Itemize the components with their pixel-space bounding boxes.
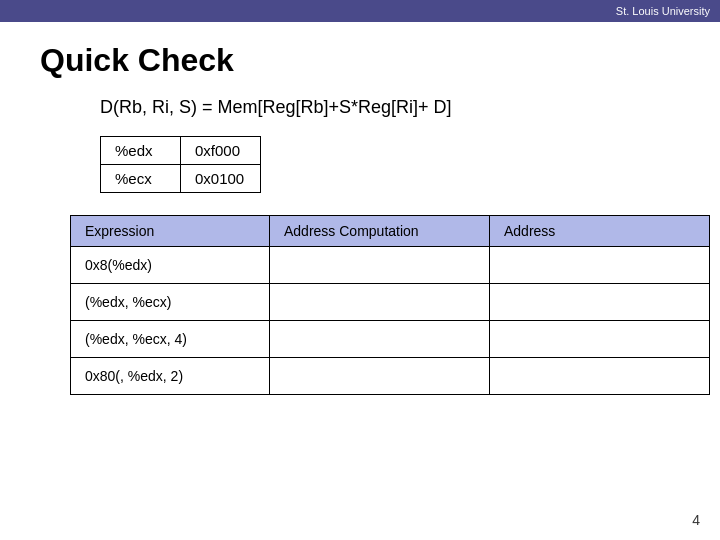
page-title: Quick Check	[40, 42, 680, 79]
reg-name: %edx	[101, 137, 181, 165]
main-exercise-table: Expression Address Computation Address 0…	[70, 215, 710, 395]
computation-cell	[270, 284, 490, 321]
address-cell	[490, 358, 710, 395]
university-label: St. Louis University	[616, 5, 710, 17]
table-row: 0x80(, %edx, 2)	[71, 358, 710, 395]
register-table: %edx0xf000%ecx0x0100	[100, 136, 261, 193]
main-content: Quick Check D(Rb, Ri, S) = Mem[Reg[Rb]+S…	[0, 22, 720, 415]
table-row: 0x8(%edx)	[71, 247, 710, 284]
computation-cell	[270, 321, 490, 358]
table-row: (%edx, %ecx)	[71, 284, 710, 321]
reg-name: %ecx	[101, 165, 181, 193]
expression-cell: (%edx, %ecx)	[71, 284, 270, 321]
reg-row: %edx0xf000	[101, 137, 261, 165]
address-cell	[490, 321, 710, 358]
expression-cell: 0x8(%edx)	[71, 247, 270, 284]
reg-value: 0xf000	[181, 137, 261, 165]
address-cell	[490, 284, 710, 321]
header-bar: St. Louis University	[0, 0, 720, 22]
page-number: 4	[692, 512, 700, 528]
computation-cell	[270, 247, 490, 284]
reg-row: %ecx0x0100	[101, 165, 261, 193]
address-cell	[490, 247, 710, 284]
table-row: (%edx, %ecx, 4)	[71, 321, 710, 358]
reg-value: 0x0100	[181, 165, 261, 193]
expression-cell: (%edx, %ecx, 4)	[71, 321, 270, 358]
col-header-address: Address	[490, 216, 710, 247]
expression-cell: 0x80(, %edx, 2)	[71, 358, 270, 395]
col-header-expression: Expression	[71, 216, 270, 247]
computation-cell	[270, 358, 490, 395]
col-header-computation: Address Computation	[270, 216, 490, 247]
formula-text: D(Rb, Ri, S) = Mem[Reg[Rb]+S*Reg[Ri]+ D]	[100, 97, 680, 118]
